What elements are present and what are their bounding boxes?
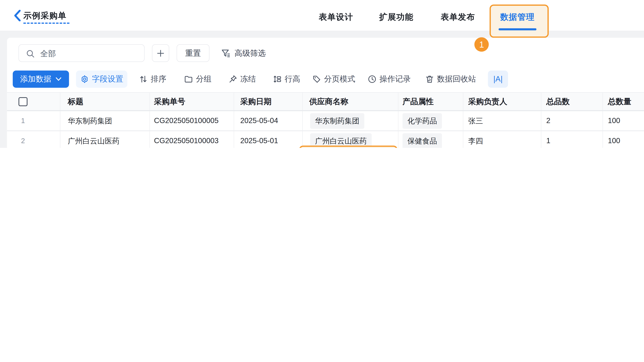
row-height-icon: [273, 75, 282, 84]
reset-button[interactable]: 重置: [176, 44, 210, 62]
cell-attribute[interactable]: 化学药品: [398, 111, 464, 130]
row-number: 1: [18, 117, 28, 125]
cell-date[interactable]: 2025-05-01: [234, 131, 303, 148]
row-height-label: 行高: [284, 74, 300, 85]
select-all-checkbox[interactable]: [18, 97, 28, 106]
font-size-button[interactable]: |A|: [488, 70, 508, 88]
tab-extensions[interactable]: 扩展功能: [376, 11, 416, 21]
search-icon: [26, 49, 35, 58]
column-header-5[interactable]: 产品属性: [398, 93, 464, 110]
plus-icon: [157, 49, 164, 57]
attribute-chip: 化学药品: [402, 113, 442, 129]
column-header-2[interactable]: 采购单号: [150, 93, 234, 110]
tab-data-management[interactable]: 数据管理: [497, 11, 538, 21]
column-header-7[interactable]: 总品数: [541, 93, 603, 110]
tag-icon: [312, 75, 321, 84]
chevron-left-icon: [14, 10, 21, 21]
form-title: 示例采购单: [24, 10, 66, 21]
cell-attribute[interactable]: 保健食品: [398, 131, 464, 148]
table-row: 2广州白云山医药CG20250501000032025-05-01广州白云山医药…: [7, 131, 644, 148]
advanced-filter-label: 高级筛选: [234, 48, 266, 58]
add-data-label: 添加数据: [20, 74, 51, 85]
data-table: 标题采购单号采购日期供应商名称产品属性采购负责人总品数总数量 1华东制药集团CG…: [7, 92, 644, 148]
cell-total-qty[interactable]: 100: [603, 131, 644, 148]
cell-order-no[interactable]: CG2025050100003: [150, 131, 234, 148]
add-data-button[interactable]: 添加数据: [13, 70, 69, 88]
pin-icon: [228, 75, 238, 84]
advanced-filter-button[interactable]: 高级筛选: [221, 44, 266, 62]
topbar: 示例采购单 表单设计 扩展功能 表单发布 数据管理: [0, 0, 644, 31]
operation-log-label: 操作记录: [380, 74, 411, 85]
table-body: 1华东制药集团CG20250501000052025-05-04华东制药集团化学…: [7, 111, 644, 148]
cell-owner[interactable]: 李四: [463, 131, 541, 148]
folder-icon: [184, 75, 193, 84]
filter-funnel-icon: [221, 48, 231, 58]
cell-title[interactable]: 广州白云山医药: [60, 131, 150, 148]
tab-form-design[interactable]: 表单设计: [316, 11, 356, 21]
search-box[interactable]: [18, 44, 144, 62]
column-header-8[interactable]: 总数量: [603, 93, 644, 110]
row-number: 2: [18, 137, 28, 145]
table-header-row: 标题采购单号采购日期供应商名称产品属性采购负责人总品数总数量: [7, 92, 644, 111]
cell-total-items[interactable]: 1: [541, 131, 603, 148]
column-header-4[interactable]: 供应商名称: [303, 93, 398, 110]
add-filter-button[interactable]: [152, 44, 169, 62]
sort-button[interactable]: 排序: [139, 70, 166, 88]
gear-icon: [80, 75, 89, 84]
pagination-mode-button[interactable]: 分页模式: [312, 70, 355, 88]
pagination-mode-label: 分页模式: [324, 74, 355, 85]
group-label: 分组: [196, 74, 212, 85]
sort-label: 排序: [151, 74, 166, 85]
freeze-button[interactable]: 冻结: [228, 70, 256, 88]
sort-icon: [139, 75, 148, 84]
tab-form-publish[interactable]: 表单发布: [438, 11, 478, 21]
back-button[interactable]: [14, 10, 21, 21]
supplier-chip: 华东制药集团: [310, 113, 364, 129]
chevron-down-icon: [56, 77, 62, 81]
cell-supplier[interactable]: 华东制药集团: [303, 111, 398, 130]
cell-order-no[interactable]: CG2025050100005: [150, 111, 234, 130]
search-input[interactable]: [40, 45, 142, 62]
clock-icon: [368, 75, 377, 84]
group-button[interactable]: 分组: [184, 70, 212, 88]
row-index-cell[interactable]: 2: [7, 131, 60, 148]
title-dashed-underline: [24, 23, 70, 24]
recycle-bin-label: 数据回收站: [437, 74, 476, 85]
operation-log-button[interactable]: 操作记录: [368, 70, 411, 88]
cell-date[interactable]: 2025-05-04: [234, 111, 303, 130]
field-settings-label: 字段设置: [92, 74, 123, 85]
data-panel: 重置 高级筛选 添加数据 字段设置: [7, 38, 644, 148]
cell-owner[interactable]: 张三: [463, 111, 541, 130]
select-all-cell: [7, 93, 60, 110]
column-header-6[interactable]: 采购负责人: [463, 93, 541, 110]
cell-title[interactable]: 华东制药集团: [60, 111, 150, 130]
cell-total-items[interactable]: 2: [541, 111, 603, 130]
font-size-label: |A|: [494, 75, 502, 84]
cell-supplier[interactable]: 广州白云山医药: [303, 131, 398, 148]
freeze-label: 冻结: [240, 74, 256, 85]
recycle-bin-icon: [425, 75, 434, 84]
cell-total-qty[interactable]: 100: [603, 111, 644, 130]
table-row: 1华东制药集团CG20250501000052025-05-04华东制药集团化学…: [7, 111, 644, 131]
row-height-button[interactable]: 行高: [273, 70, 300, 88]
attribute-chip: 保健食品: [402, 133, 442, 148]
app-window: 示例采购单 表单设计 扩展功能 表单发布 数据管理 1 重置: [0, 0, 644, 148]
field-settings-button[interactable]: 字段设置: [76, 70, 127, 88]
recycle-bin-button[interactable]: 数据回收站: [425, 70, 476, 88]
active-tab-underline: [498, 28, 536, 30]
tutorial-highlight-box-cell: [299, 146, 398, 148]
column-header-1[interactable]: 标题: [60, 93, 150, 110]
step-badge-1: 1: [474, 37, 489, 52]
row-index-cell[interactable]: 1: [7, 111, 60, 130]
column-header-3[interactable]: 采购日期: [234, 93, 303, 110]
